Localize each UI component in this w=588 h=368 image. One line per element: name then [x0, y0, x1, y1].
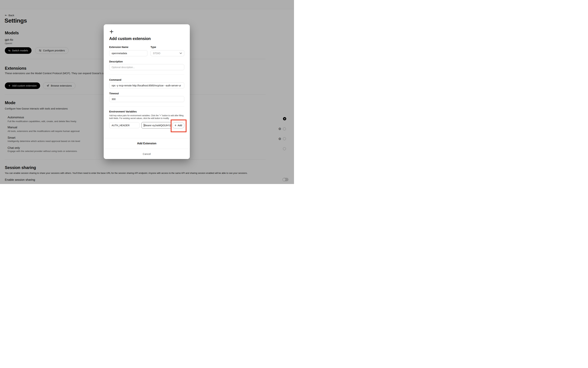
env-variables-label: Environment Variables — [109, 110, 137, 113]
timeout-label: Timeout — [109, 92, 119, 95]
extension-name-value: openmetadata — [112, 52, 127, 55]
timeout-input[interactable]: 300 — [109, 96, 184, 102]
add-extension-label: Add Extension — [137, 142, 156, 145]
description-label: Description — [109, 60, 123, 63]
command-input[interactable]: npx -y mcp-remote http://localhost:8585/… — [109, 83, 184, 88]
modal-divider — [109, 106, 184, 107]
add-extension-submit-button[interactable]: Add Extension — [104, 138, 190, 149]
description-input[interactable]: Optional description... — [109, 64, 184, 70]
description-placeholder: Optional description... — [112, 66, 135, 69]
modal-plus-icon: + — [109, 29, 114, 34]
command-value: npx -y mcp-remote http://localhost:8585/… — [112, 84, 181, 87]
command-label: Command — [109, 78, 121, 81]
add-custom-extension-modal: + Add custom extension Extension Name Ty… — [104, 24, 190, 159]
env-key-input[interactable]: AUTH_HEADER — [109, 122, 140, 128]
cancel-button[interactable]: Cancel — [104, 149, 190, 159]
extension-name-label: Extension Name — [109, 46, 128, 48]
env-variables-help-text: Add key-value pairs for environment vari… — [109, 114, 185, 120]
modal-title: Add custom extension — [109, 36, 151, 41]
type-select[interactable]: STDIO — [150, 50, 184, 56]
extension-name-input[interactable]: openmetadata — [109, 50, 148, 56]
env-value-input[interactable]: Bearer eyJraWQiOiJHYjl — [141, 122, 172, 129]
type-selected-value: STDIO — [153, 52, 160, 55]
cancel-label: Cancel — [143, 152, 151, 155]
timeout-value: 300 — [112, 98, 115, 101]
env-value-value: Bearer eyJraWQiOiJHYjl — [144, 124, 171, 127]
modal-divider — [109, 74, 184, 74]
chevron-down-icon — [180, 53, 182, 54]
env-key-value: AUTH_HEADER — [112, 124, 130, 127]
annotation-highlight-box — [171, 120, 186, 132]
type-label: Type — [150, 46, 156, 48]
text-cursor — [144, 124, 144, 127]
